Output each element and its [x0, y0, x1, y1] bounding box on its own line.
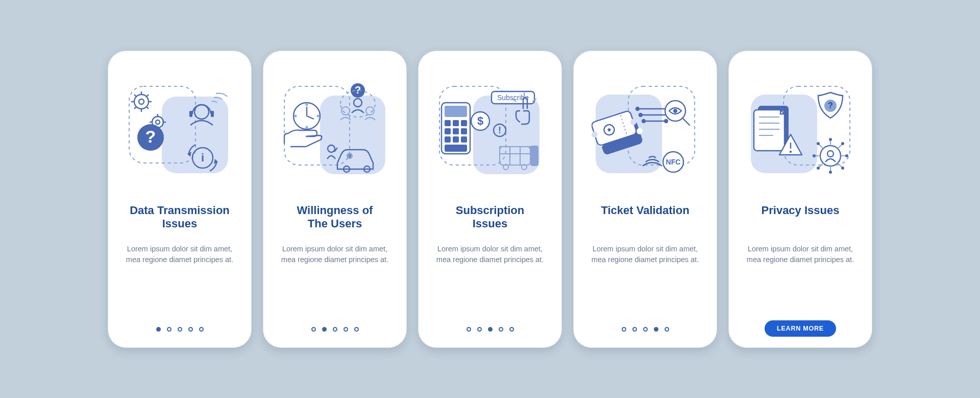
svg-line-9 — [146, 107, 149, 109]
dot-2[interactable] — [167, 327, 172, 332]
svg-rect-74 — [530, 146, 538, 166]
svg-rect-53 — [445, 128, 451, 134]
svg-point-97 — [673, 109, 677, 113]
svg-rect-55 — [461, 128, 467, 134]
svg-rect-59 — [445, 145, 467, 152]
onboarding-screen-willingness: ? ? Willingness of The Users Lorem ipsum… — [263, 51, 407, 348]
onboarding-screen-privacy: ? Privacy Issues Lorem ipsum dolor sit d… — [728, 51, 872, 348]
svg-line-98 — [682, 118, 690, 125]
svg-point-109 — [790, 150, 792, 152]
svg-text:?: ? — [355, 84, 361, 96]
screen-title: Privacy Issues — [762, 204, 840, 231]
screen-title: Willingness of The Users — [297, 204, 373, 231]
svg-rect-22 — [211, 111, 214, 117]
pagination-dots — [108, 327, 252, 332]
svg-line-8 — [134, 95, 136, 97]
svg-point-91 — [639, 113, 642, 116]
svg-point-125 — [845, 154, 848, 157]
svg-point-94 — [642, 120, 645, 123]
svg-rect-49 — [445, 106, 467, 117]
svg-line-11 — [134, 107, 136, 109]
dot-1[interactable] — [467, 327, 471, 332]
svg-rect-51 — [453, 120, 459, 126]
onboarding-screen-subscription: $ Subscribe ! Subscrip — [418, 51, 562, 348]
dot-2[interactable] — [322, 327, 327, 332]
dot-5[interactable] — [199, 327, 204, 332]
svg-point-128 — [817, 167, 820, 170]
svg-point-122 — [829, 138, 832, 141]
dot-5[interactable] — [509, 327, 514, 332]
dot-2[interactable] — [477, 327, 482, 332]
subscription-icon: $ Subscribe ! — [436, 81, 544, 183]
svg-point-2 — [134, 95, 149, 109]
dot-4[interactable] — [188, 327, 193, 332]
screen-title: Ticket Validation — [601, 204, 689, 231]
svg-point-88 — [636, 107, 639, 110]
learn-more-button[interactable]: LEARN MORE — [765, 320, 836, 337]
svg-point-123 — [829, 171, 832, 174]
ticket-validation-icon: NFC — [592, 81, 699, 183]
svg-point-3 — [139, 99, 144, 104]
svg-rect-52 — [461, 120, 467, 126]
onboarding-screen-data-transmission: ? i Data Transmission Issues Lorem ipsu — [108, 51, 252, 348]
screen-body: Lorem ipsum dolor sit dim amet, mea regi… — [582, 244, 708, 265]
screen-body: Lorem ipsum dolor sit dim amet, mea regi… — [427, 244, 553, 265]
dot-5[interactable] — [665, 327, 669, 332]
screen-body: Lorem ipsum dolor sit dim amet, mea regi… — [272, 244, 398, 265]
dot-1[interactable] — [156, 327, 161, 332]
dot-2[interactable] — [632, 327, 637, 332]
svg-point-124 — [813, 154, 816, 157]
svg-text:?: ? — [348, 154, 351, 159]
pagination-dots — [573, 327, 717, 332]
willingness-icon: ? ? — [281, 81, 388, 183]
pagination-dots — [263, 327, 407, 332]
screen-title: Data Transmission Issues — [130, 204, 230, 231]
dot-1[interactable] — [622, 327, 626, 332]
dot-5[interactable] — [354, 327, 359, 332]
dot-3[interactable] — [488, 327, 493, 332]
onboarding-screen-ticket-validation: NFC Ticket Validation Lorem ipsum dolor … — [573, 51, 717, 348]
svg-text:i: i — [201, 151, 204, 164]
svg-text:?: ? — [828, 101, 833, 110]
dot-1[interactable] — [311, 327, 316, 332]
screen-body: Lorem ipsum dolor sit dim amet, mea regi… — [117, 244, 242, 265]
nfc-label: NFC — [666, 158, 681, 166]
svg-rect-54 — [453, 128, 459, 134]
screen-body: Lorem ipsum dolor sit dim amet, mea regi… — [738, 244, 863, 265]
svg-rect-58 — [461, 136, 467, 143]
dot-4[interactable] — [344, 327, 348, 332]
svg-text:$: $ — [477, 114, 483, 127]
svg-rect-56 — [445, 136, 451, 143]
svg-point-127 — [841, 142, 844, 145]
dot-3[interactable] — [643, 327, 648, 332]
svg-line-10 — [146, 95, 149, 97]
dot-4[interactable] — [654, 327, 658, 332]
pagination-dots — [418, 327, 562, 332]
privacy-icon: ? — [747, 81, 854, 183]
screen-title: Subscription Issues — [456, 204, 524, 231]
dot-3[interactable] — [178, 327, 182, 332]
svg-rect-21 — [189, 111, 192, 117]
svg-text:!: ! — [498, 125, 501, 135]
svg-rect-103 — [754, 110, 785, 151]
svg-point-129 — [841, 167, 844, 170]
svg-rect-27 — [320, 96, 385, 174]
dot-4[interactable] — [499, 327, 503, 332]
data-transmission-icon: ? i — [126, 81, 233, 183]
dot-3[interactable] — [333, 327, 337, 332]
svg-point-13 — [156, 120, 160, 124]
svg-text:?: ? — [145, 127, 156, 146]
svg-rect-57 — [453, 136, 459, 143]
svg-point-95 — [665, 120, 668, 123]
svg-point-126 — [817, 142, 820, 145]
svg-rect-50 — [445, 120, 451, 126]
